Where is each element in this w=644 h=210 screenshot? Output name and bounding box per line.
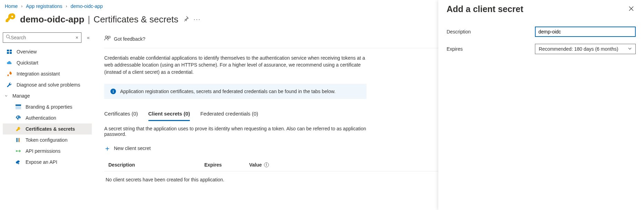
nav-branding[interactable]: Branding & properties [3, 101, 92, 112]
svg-point-11 [16, 150, 17, 152]
nav-label: Quickstart [17, 60, 38, 66]
expires-select[interactable]: Recommended: 180 days (6 months) [535, 44, 636, 54]
panel-title: Add a client secret [447, 4, 523, 14]
svg-rect-9 [18, 138, 18, 142]
svg-rect-5 [10, 52, 12, 54]
got-feedback-button[interactable]: Got feedback? [104, 35, 145, 42]
search-input[interactable] [11, 35, 75, 40]
col-value: Value i [249, 162, 318, 168]
key-small-icon [15, 126, 21, 132]
panel-form: Description Expires Recommended: 180 day… [447, 27, 636, 54]
nav-label: Expose an API [26, 159, 57, 165]
new-client-secret-label: New client secret [114, 146, 151, 151]
nav-group-manage[interactable]: › Manage [3, 90, 92, 101]
info-banner: i Application registration certificates,… [104, 84, 367, 99]
sidebar-search[interactable]: × [3, 32, 81, 43]
page-title-section: Certificates & secrets [94, 14, 178, 25]
col-value-label: Value [249, 162, 262, 168]
cloud-icon [6, 60, 12, 66]
breadcrumb-separator: › [66, 4, 67, 9]
nav-label: API permissions [26, 148, 60, 154]
new-client-secret-button[interactable]: ＋ New client secret [104, 144, 151, 153]
add-secret-panel: Add a client secret Description Expires … [438, 0, 644, 210]
svg-rect-2 [7, 50, 9, 51]
breadcrumb-separator: › [21, 4, 22, 9]
col-description: Description [104, 162, 204, 168]
chevron-down-icon [628, 46, 632, 52]
expires-label: Expires [447, 46, 535, 52]
svg-rect-6 [16, 104, 21, 106]
svg-rect-4 [7, 52, 9, 54]
nav-quickstart[interactable]: Quickstart [3, 57, 92, 68]
page-title-divider: | [86, 14, 91, 25]
description-label: Description [447, 29, 535, 34]
token-icon [15, 137, 21, 143]
nav-label: Diagnose and solve problems [17, 82, 80, 88]
breadcrumb-link-app-registrations[interactable]: App registrations [26, 3, 62, 9]
nav-token-configuration[interactable]: Token configuration [3, 134, 92, 146]
key-icon [5, 12, 15, 26]
collapse-sidebar-button[interactable]: « [85, 35, 92, 40]
branding-icon [15, 104, 21, 110]
rocket-icon [6, 71, 12, 77]
nav-certificates-secrets[interactable]: Certificates & secrets [3, 123, 92, 134]
sidebar: × « Overview Quickstart Integration assi… [0, 30, 94, 182]
clear-search-icon[interactable]: × [75, 35, 79, 40]
feedback-label: Got feedback? [114, 36, 145, 42]
tab-certificates[interactable]: Certificates (0) [104, 109, 138, 121]
info-icon: i [110, 89, 116, 94]
permissions-icon [15, 148, 21, 154]
feedback-icon [104, 35, 110, 42]
svg-rect-3 [10, 50, 12, 51]
tab-description: A secret string that the application use… [104, 126, 367, 137]
svg-point-12 [105, 36, 107, 38]
overview-icon [6, 49, 12, 55]
svg-line-1 [9, 38, 10, 39]
intro-text: Credentials enable confidential applicat… [104, 48, 373, 76]
nav-authentication[interactable]: Authentication [3, 112, 92, 123]
search-icon [6, 34, 11, 41]
page-title: demo-oidc-app | Certificates & secrets [20, 14, 178, 25]
tab-client-secrets[interactable]: Client secrets (0) [148, 109, 190, 121]
col-expires: Expires [204, 162, 249, 168]
pin-button[interactable] [183, 16, 189, 23]
nav-group-label: Manage [12, 93, 30, 99]
wrench-icon [6, 82, 12, 88]
nav-label: Branding & properties [26, 104, 72, 110]
nav-api-permissions[interactable]: API permissions [3, 146, 92, 157]
nav-label: Token configuration [26, 137, 67, 143]
nav-overview[interactable]: Overview [3, 46, 92, 57]
svg-rect-8 [16, 138, 17, 142]
tab-federated-credentials[interactable]: Federated credentials (0) [200, 109, 258, 121]
more-actions-button[interactable]: ··· [194, 16, 201, 23]
info-banner-text: Application registration certificates, s… [120, 89, 335, 94]
nav-label: Overview [17, 49, 37, 54]
nav-expose-api[interactable]: Expose an API [3, 157, 92, 168]
nav-diagnose[interactable]: Diagnose and solve problems [3, 79, 92, 90]
plus-icon: ＋ [104, 144, 110, 153]
nav-integration-assistant[interactable]: Integration assistant [3, 68, 92, 79]
svg-point-0 [6, 35, 9, 38]
nav-label: Authentication [26, 115, 56, 121]
breadcrumb-link-current[interactable]: demo-oidc-app [70, 3, 103, 9]
chevron-down-icon: › [4, 93, 9, 98]
auth-icon [15, 115, 21, 121]
page-title-app: demo-oidc-app [20, 14, 84, 25]
nav-label: Integration assistant [17, 71, 60, 77]
nav-label: Certificates & secrets [26, 126, 75, 132]
info-hint-icon[interactable]: i [264, 162, 269, 167]
close-panel-button[interactable] [627, 4, 636, 14]
svg-rect-10 [19, 138, 20, 142]
svg-rect-7 [16, 106, 21, 109]
breadcrumb-link-home[interactable]: Home [5, 3, 18, 9]
expose-api-icon [15, 159, 21, 165]
expires-select-value: Recommended: 180 days (6 months) [539, 46, 618, 52]
description-input[interactable] [535, 27, 636, 37]
